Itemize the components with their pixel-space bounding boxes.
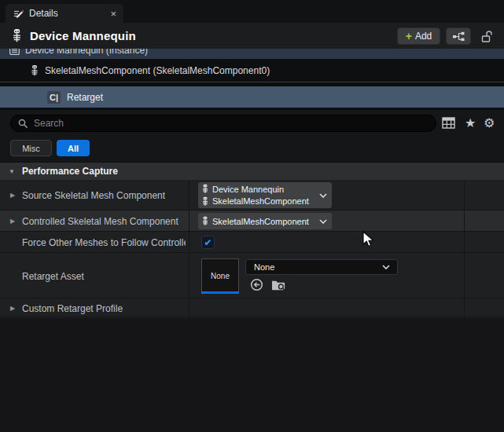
lock-toggle-button[interactable] — [477, 28, 496, 44]
hierarchy-icon — [452, 31, 465, 42]
expand-arrow-icon[interactable]: ▶ — [10, 192, 15, 199]
skeleton-icon — [30, 65, 39, 76]
section-performance-capture[interactable]: ▼ Performance Capture — [0, 162, 504, 180]
tree-row-retarget-label: Retarget — [67, 92, 103, 103]
property-grid: ▶ Source Skeletal Mesh Component Device … — [0, 180, 504, 318]
chevron-down-icon — [382, 265, 390, 269]
controlled-component-dropdown[interactable]: SkeletalMeshComponent — [198, 213, 332, 229]
skeleton-icon — [201, 216, 209, 226]
tree-row-root[interactable]: Device Mannequin (Instance) — [0, 49, 504, 59]
filter-row: Misc All — [0, 136, 504, 162]
add-component-button[interactable]: + Add — [397, 27, 440, 45]
tree-row-root-label: Device Mannequin (Instance) — [25, 49, 148, 56]
column-divider[interactable] — [464, 180, 465, 318]
tab-close-icon[interactable]: × — [110, 9, 116, 19]
section-title: Performance Capture — [22, 166, 118, 177]
check-icon: ✔ — [204, 237, 212, 248]
skeleton-icon — [201, 184, 209, 194]
settings-gear-icon[interactable]: ⚙ — [484, 115, 495, 130]
force-follow-checkbox[interactable]: ✔ — [201, 236, 215, 249]
component-tree: Device Mannequin (Instance) SkeletalMesh… — [0, 49, 504, 110]
skeleton-icon — [11, 29, 23, 42]
chevron-down-icon — [319, 219, 327, 224]
row-controlled-skeletal-mesh: ▶ Controlled Skeletal Mesh Component Ske… — [0, 211, 504, 232]
use-selected-asset-icon[interactable] — [250, 278, 263, 291]
details-panel-icon — [13, 8, 24, 19]
column-divider[interactable] — [189, 180, 189, 318]
row-source-skeletal-mesh: ▶ Source Skeletal Mesh Component Device … — [0, 180, 504, 211]
row-retarget-asset: Retarget Asset None None — [0, 253, 504, 298]
tab-details[interactable]: Details × — [6, 4, 123, 23]
instance-icon — [9, 49, 20, 55]
asset-action-buttons — [250, 278, 286, 291]
unlock-icon — [481, 30, 493, 43]
details-panel: Details × Device Mannequin + Add — [0, 0, 504, 432]
tab-bar: Details × — [0, 0, 504, 23]
plus-icon: + — [406, 31, 412, 42]
skeleton-icon — [201, 196, 209, 207]
mouse-cursor — [362, 231, 375, 248]
search-input[interactable]: Search — [10, 115, 436, 132]
search-icon — [18, 119, 28, 129]
row-custom-retarget-profile: ▶ Custom Retarget Profile — [0, 298, 504, 317]
component-c-icon: C| — [47, 91, 61, 104]
source-component-dropdown[interactable]: Device Mannequin SkeletalMeshComponent — [198, 182, 332, 208]
chevron-down-icon — [319, 193, 327, 198]
chevron-down-icon: ▼ — [9, 168, 15, 175]
row-force-follow: Force Other Meshes to Follow Controlled.… — [0, 232, 504, 253]
search-row: Search ★ ⚙ — [0, 110, 504, 136]
tree-row-retarget-selected[interactable]: C| Retarget — [0, 86, 504, 108]
blueprint-hierarchy-button[interactable] — [446, 27, 471, 45]
page-title: Device Mannequin — [30, 29, 136, 42]
browse-to-asset-icon[interactable] — [271, 279, 286, 291]
expand-arrow-icon[interactable]: ▶ — [10, 218, 15, 225]
retarget-asset-dropdown[interactable]: None — [245, 259, 398, 275]
filter-all-button[interactable]: All — [57, 140, 90, 156]
tree-row-skeletalmesh-label: SkeletalMeshComponent (SkeletalMeshCompo… — [45, 65, 270, 76]
filter-misc-button[interactable]: Misc — [10, 140, 52, 156]
expand-arrow-icon[interactable]: ▶ — [10, 305, 15, 312]
column-view-icon[interactable] — [442, 117, 455, 129]
favorites-star-icon[interactable]: ★ — [465, 115, 476, 130]
search-placeholder: Search — [34, 118, 64, 129]
empty-area — [0, 318, 504, 432]
tab-label: Details — [29, 8, 105, 19]
tree-row-skeletalmesh[interactable]: SkeletalMeshComponent (SkeletalMeshCompo… — [0, 59, 504, 82]
thumbnail-accent-bar — [201, 291, 239, 294]
asset-thumbnail[interactable]: None — [201, 258, 239, 294]
